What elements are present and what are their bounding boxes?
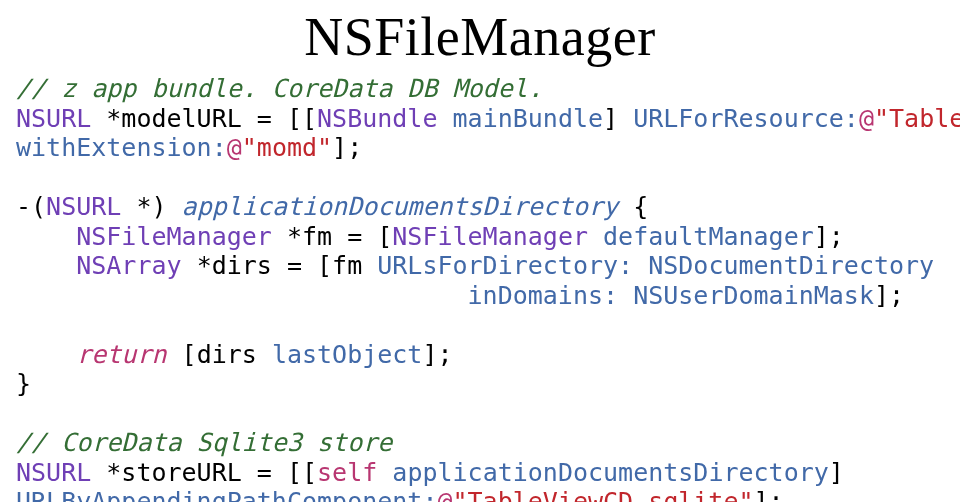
str-1: "TableViewCD": [874, 104, 960, 133]
text: [618, 281, 633, 310]
text: [437, 104, 452, 133]
text: [dirs: [167, 340, 272, 369]
str-3: "TableViewCD.sqlite": [453, 487, 754, 502]
text: ]: [829, 458, 844, 487]
brace-close: }: [16, 369, 31, 398]
type-nsfm-1: NSFileManager: [76, 222, 272, 251]
type-nsurl-2: NSURL: [46, 192, 121, 221]
sel-urlbyappend: URLByAppendingPathComponent:: [16, 487, 437, 502]
indent: [16, 222, 76, 251]
text: [588, 222, 603, 251]
text: *): [121, 192, 181, 221]
text: [633, 251, 648, 280]
text: ];: [874, 281, 904, 310]
text: ];: [754, 487, 784, 502]
sel-appdocdir: applicationDocumentsDirectory: [182, 192, 619, 221]
sel-lastobject: lastObject: [272, 340, 423, 369]
type-nsurl-3: NSURL: [16, 458, 91, 487]
comment-2: // CoreData Sqlite3 store: [16, 428, 392, 457]
text: {: [618, 192, 648, 221]
sel-appdocdir2: applicationDocumentsDirectory: [392, 458, 829, 487]
code-block: // z app bundle. CoreData DB Model. NSUR…: [16, 74, 944, 502]
sel-indomains: inDomains:: [468, 281, 619, 310]
at-1: @: [859, 104, 874, 133]
text: -(: [16, 192, 46, 221]
sel-defaultmanager: defaultManager: [603, 222, 814, 251]
text: *fm = [: [272, 222, 392, 251]
type-nsfm-2: NSFileManager: [392, 222, 588, 251]
sel-urlforresource: URLForResource:: [633, 104, 859, 133]
sel-mainbundle: mainBundle: [453, 104, 604, 133]
const-usermask: NSUserDomainMask: [633, 281, 874, 310]
text: ];: [422, 340, 452, 369]
text: [377, 458, 392, 487]
text: ]: [603, 104, 633, 133]
kw-self: self: [317, 458, 377, 487]
const-docdir: NSDocumentDirectory: [648, 251, 934, 280]
text: *storeURL = [[: [91, 458, 317, 487]
kw-return: return: [76, 340, 166, 369]
indent: [16, 340, 76, 369]
comment-1: // z app bundle. CoreData DB Model.: [16, 74, 543, 103]
text: *dirs = [fm: [182, 251, 378, 280]
type-nsarray: NSArray: [76, 251, 181, 280]
at-3: @: [437, 487, 452, 502]
type-nsbundle: NSBundle: [317, 104, 437, 133]
indent: [16, 281, 468, 310]
sel-urlsfordir: URLsForDirectory:: [377, 251, 633, 280]
str-2: "momd": [242, 133, 332, 162]
at-2: @: [227, 133, 242, 162]
indent: [16, 251, 76, 280]
sel-withextension: withExtension:: [16, 133, 227, 162]
text: ];: [332, 133, 362, 162]
type-nsurl-1: NSURL: [16, 104, 91, 133]
slide-title: NSFileManager: [16, 6, 944, 68]
text: ];: [814, 222, 844, 251]
text: *modelURL = [[: [91, 104, 317, 133]
